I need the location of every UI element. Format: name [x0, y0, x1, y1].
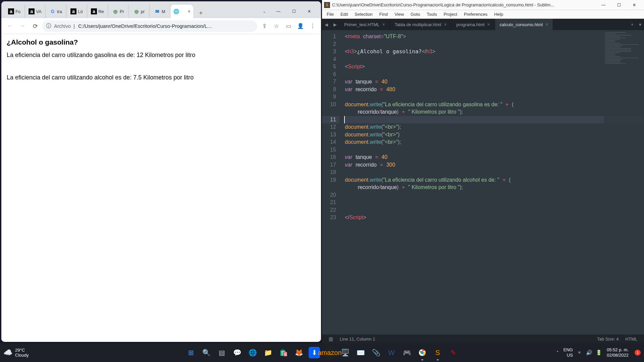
editor-tab[interactable]: programa.html×	[452, 19, 495, 30]
editor-tab[interactable]: Primer_test.HTML×	[339, 19, 390, 30]
tab-nav-back[interactable]: ◀	[322, 19, 331, 30]
new-tab-button[interactable]: +	[196, 8, 206, 18]
menu-edit[interactable]: Edit	[337, 10, 351, 18]
page-text-alcohol: La eficiencia del carro utilizando alcoh…	[7, 74, 316, 81]
code-area[interactable]: <meta charset="UTF-8"> <h3>¿Alcohol o ga…	[339, 30, 644, 335]
maximize-button[interactable]: ☐	[286, 6, 302, 17]
minimize-button[interactable]: ―	[596, 1, 611, 9]
tab-search-dropdown[interactable]: ⌄	[258, 6, 271, 17]
tab-label: Fo	[15, 9, 20, 14]
search-button[interactable]: 🔍	[201, 347, 212, 358]
menu-tools[interactable]: Tools	[423, 10, 440, 18]
close-icon[interactable]: ×	[545, 22, 548, 27]
close-button[interactable]: ✕	[627, 1, 642, 9]
back-button[interactable]: ←	[4, 20, 15, 32]
sublime-logo-icon: S	[324, 2, 330, 8]
close-icon[interactable]: ×	[487, 22, 490, 27]
tab-label: M	[162, 9, 165, 14]
amazon-app-icon[interactable]: amazon	[324, 347, 335, 358]
menu-find[interactable]: Find	[376, 10, 391, 18]
profile-button[interactable]: 👤	[295, 20, 306, 32]
volume-icon[interactable]: 🔊	[586, 350, 592, 356]
chrome-window: aFoaVAGtraaLóaRe◎Pr◎pr✉M 🌐 × + ⌄ ― ☐ ✕ ←…	[1, 1, 321, 342]
address-bar[interactable]: ⓘ Archivo | C:/Users/juanr/OneDrive/Escr…	[42, 20, 257, 32]
close-icon[interactable]: ×	[382, 22, 385, 27]
chrome-tab[interactable]: ◎Pr	[108, 5, 129, 18]
chrome-tab[interactable]: ◎pr	[129, 5, 150, 18]
tab-overflow-button[interactable]: ▾	[636, 22, 644, 27]
menu-view[interactable]: View	[391, 10, 407, 18]
wifi-icon[interactable]: ᯤ	[578, 350, 583, 356]
tab-label: tra	[57, 9, 62, 14]
chrome-tab-active[interactable]: 🌐 ×	[170, 5, 193, 18]
tab-label: programa.html	[457, 22, 485, 27]
sidepanel-button[interactable]: ▭	[283, 20, 294, 32]
chrome-tab[interactable]: aVA	[25, 5, 46, 18]
discord-app-icon[interactable]: 🎮	[401, 347, 413, 358]
weather-temp: 29°C	[15, 348, 29, 353]
sublime-titlebar: S C:\Users\juanr\OneDrive\Escritorio\Cur…	[322, 0, 644, 10]
reload-button[interactable]: ⟳	[30, 20, 41, 32]
chrome-tab[interactable]: Gtra	[46, 5, 66, 18]
menu-file[interactable]: File	[323, 10, 337, 18]
task-view-button[interactable]: ▤	[216, 347, 227, 358]
store-app-icon[interactable]: 🛍️	[278, 347, 289, 358]
favicon-icon: ◎	[112, 8, 118, 14]
menu-goto[interactable]: Goto	[407, 10, 423, 18]
tab-nav-fwd[interactable]: ▶	[331, 19, 339, 30]
sublime-title-text: C:\Users\juanr\OneDrive\Escritorio\Curso…	[332, 2, 596, 7]
close-button[interactable]: ✕	[302, 6, 317, 17]
maximize-button[interactable]: ☐	[611, 1, 627, 9]
tab-label: Tabla de multiplicar.html	[395, 22, 441, 27]
language-indicator[interactable]: ENGUS	[564, 347, 573, 358]
tab-label: Pr	[120, 9, 124, 14]
close-icon[interactable]: ×	[444, 22, 446, 27]
line-gutter: 12345678910 111213141516171819 20212223	[322, 30, 339, 335]
bookmark-button[interactable]: ☆	[271, 20, 282, 32]
page-text-gasolina: La eficiencia del carro utilizando gasol…	[7, 52, 316, 59]
menu-preferences[interactable]: Preferences	[461, 10, 491, 18]
chrome-tab[interactable]: aFo	[4, 5, 25, 18]
chrome-app-icon[interactable]	[417, 347, 428, 358]
editor-tab[interactable]: Tabla de multiplicar.html×	[390, 19, 452, 30]
office-app-icon[interactable]: 📎	[370, 347, 382, 358]
menu-selection[interactable]: Selection	[351, 10, 376, 18]
sidebar-toggle-icon[interactable]: ▥	[325, 336, 336, 342]
favicon-icon: a	[29, 8, 35, 14]
status-syntax[interactable]: HTML	[622, 337, 641, 342]
firefox-app-icon[interactable]: 🦊	[293, 347, 305, 358]
explorer-app-icon[interactable]: 📁	[262, 347, 274, 358]
menu-help[interactable]: Help	[491, 10, 506, 18]
clock[interactable]: 05:52 p. m.02/08/2022	[607, 347, 629, 358]
status-tabsize[interactable]: Tab Size: 4	[594, 337, 622, 342]
share-button[interactable]: ⇪	[259, 20, 270, 32]
taskbar-weather[interactable]: ☁️ 29°C Cloudy	[3, 348, 29, 358]
word-app-icon[interactable]: W	[386, 347, 397, 358]
battery-icon[interactable]: 🔋	[596, 350, 602, 356]
minimap[interactable]	[604, 30, 644, 335]
chrome-tab[interactable]: ✉M	[150, 5, 170, 18]
sublime-app-icon[interactable]: S	[432, 347, 443, 358]
info-icon: ⓘ	[46, 23, 51, 29]
chrome-tab[interactable]: aLó	[66, 5, 87, 18]
page-content: ¿Alcohol o gasolina? La eficiencia del c…	[1, 34, 321, 342]
tab-add-button[interactable]: +	[628, 22, 636, 27]
close-icon[interactable]: ×	[188, 9, 191, 14]
mail-app-icon[interactable]: ✉️	[355, 347, 366, 358]
acrobat-app-icon[interactable]: ✎	[447, 347, 459, 358]
tray-overflow-icon[interactable]: ˄	[556, 350, 559, 355]
edge-app-icon[interactable]: 🌐	[247, 347, 258, 358]
start-button[interactable]: ⊞	[185, 347, 197, 358]
chrome-tab[interactable]: aRe	[87, 5, 108, 18]
menu-project[interactable]: Project	[440, 10, 461, 18]
desktop-app-icon[interactable]: 🖥️	[339, 347, 351, 358]
chat-app-icon[interactable]: 💬	[231, 347, 243, 358]
menu-button[interactable]: ⋮	[307, 20, 318, 32]
minimize-button[interactable]: ―	[271, 6, 286, 17]
editor-tab[interactable]: calculo_consumo.html×	[495, 19, 553, 30]
notification-badge[interactable]: 1	[635, 350, 641, 356]
sublime-menubar: FileEditSelectionFindViewGotoToolsProjec…	[322, 10, 644, 19]
forward-button[interactable]: →	[17, 20, 28, 32]
page-heading: ¿Alcohol o gasolina?	[7, 38, 316, 46]
sublime-tabbar: ◀ ▶ Primer_test.HTML×Tabla de multiplica…	[322, 19, 644, 30]
